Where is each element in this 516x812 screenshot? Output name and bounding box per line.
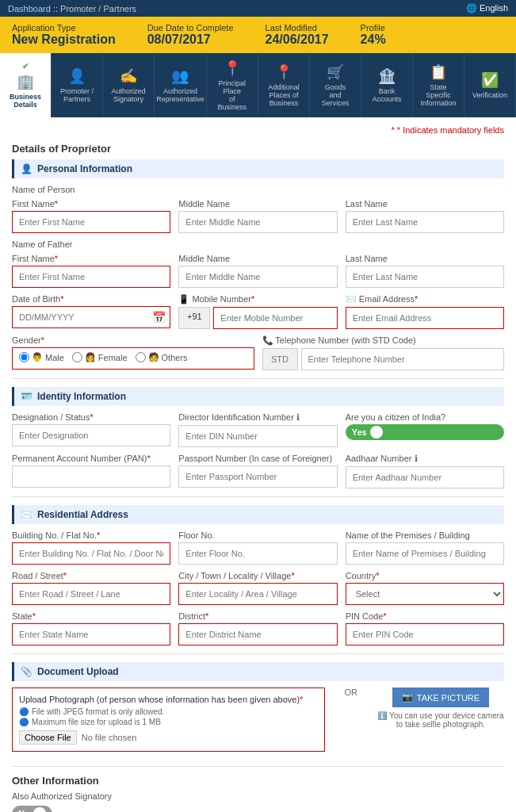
city-input[interactable] xyxy=(178,583,337,605)
pan-passport-aadhaar-row: Permanent Account Number (PAN)* GDDPS508… xyxy=(12,454,504,488)
dob-input[interactable] xyxy=(12,306,170,328)
passport-input[interactable] xyxy=(178,465,337,488)
gender-male-radio[interactable] xyxy=(19,352,29,362)
last-name-label: Last Name xyxy=(346,199,504,209)
middle-name-label: Middle Name xyxy=(178,199,337,209)
floor-input[interactable] xyxy=(178,542,337,565)
father-last-group: Last Name xyxy=(346,254,504,288)
name-of-person-label: Name of Person xyxy=(12,185,504,194)
tab-navigation: ✔ 🏢 BusinessDetails 👤 Promoter /Partners… xyxy=(0,53,516,117)
tab-business-details[interactable]: ✔ 🏢 BusinessDetails xyxy=(0,53,52,117)
passport-label: Passport Number (In case of Foreigner) xyxy=(178,454,337,463)
father-first-input[interactable] xyxy=(12,266,170,288)
tab-state-specific[interactable]: 📋 State SpecificInformation xyxy=(413,53,464,117)
pan-input[interactable]: GDDPS5083K xyxy=(12,465,170,488)
aadhaar-info-icon: ℹ xyxy=(415,454,418,463)
document-upload-header: 📎 Document Upload xyxy=(12,662,504,681)
gender-group: Gender* 👨 Male 👩 Female 🧑 Others xyxy=(12,335,254,370)
country-select[interactable]: Select xyxy=(346,583,504,605)
building-group: Building No. / Flat No.* xyxy=(12,530,170,565)
floor-group: Floor No. xyxy=(178,530,337,565)
choose-file-button[interactable]: Choose File xyxy=(19,730,77,745)
header-banner: Application Type New Registration Due Da… xyxy=(0,17,516,53)
telephone-label: 📞 Telephone Number (with STD Code) xyxy=(262,335,505,346)
size-note: 🔵 Maximum file size for upload is 1 MB xyxy=(19,718,318,726)
breadcrumb: Dashboard :: Promoter / Partners xyxy=(8,4,136,13)
premises-group: Name of the Premises / Building xyxy=(346,530,504,565)
gender-others-option[interactable]: 🧑 Others xyxy=(136,352,188,362)
father-middle-input[interactable] xyxy=(178,266,337,288)
tab-principal-place[interactable]: 📍 Principal Placeof Business xyxy=(207,53,258,117)
aadhaar-input[interactable] xyxy=(346,466,504,488)
last-name-input[interactable] xyxy=(346,211,504,233)
pin-group: PIN Code* xyxy=(346,611,504,645)
floor-label: Floor No. xyxy=(178,530,337,540)
father-last-input[interactable] xyxy=(346,266,504,288)
building-input[interactable] xyxy=(12,542,170,565)
road-input[interactable] xyxy=(12,583,170,605)
dashboard-link[interactable]: Dashboard xyxy=(8,4,51,13)
gender-label: Gender* xyxy=(12,335,254,345)
profile-field: Profile 24% xyxy=(361,23,386,47)
building-label: Building No. / Flat No.* xyxy=(12,530,170,540)
language-selector[interactable]: 🌐 English xyxy=(466,3,508,13)
father-last-label: Last Name xyxy=(346,254,504,263)
tab-promoter-partners[interactable]: 👤 Promoter /Partners xyxy=(52,53,103,117)
mobile-input[interactable] xyxy=(213,307,337,329)
camera-note: ℹ️ You can use your device camera to tak… xyxy=(377,711,504,729)
designation-group: Designation / Status* xyxy=(12,412,170,447)
first-name-label: First Name* xyxy=(12,199,170,209)
take-picture-button[interactable]: 📷 TAKE PICTURE xyxy=(392,688,489,707)
top-bar: Dashboard :: Promoter / Partners 🌐 Engli… xyxy=(0,0,516,17)
upload-area: Upload Photograph (of person whose infor… xyxy=(12,688,504,758)
first-name-input[interactable] xyxy=(12,211,170,233)
pin-input[interactable] xyxy=(346,623,504,645)
std-input[interactable] xyxy=(262,348,298,370)
gender-others-radio[interactable] xyxy=(136,352,146,362)
din-input[interactable] xyxy=(178,425,337,447)
gender-options: 👨 Male 👩 Female 🧑 Others xyxy=(12,347,254,370)
designation-label: Designation / Status* xyxy=(12,412,170,422)
first-name-group: First Name* xyxy=(12,199,170,233)
district-input[interactable] xyxy=(178,623,337,645)
gender-female-radio[interactable] xyxy=(72,352,82,362)
mobile-group: 📱 Mobile Number* +91 xyxy=(178,294,337,329)
din-group: Director Identification Number ℹ xyxy=(178,412,337,447)
state-input[interactable] xyxy=(12,623,170,645)
mobile-prefix: +91 xyxy=(178,307,210,329)
telephone-input[interactable] xyxy=(301,348,505,370)
tab-authorized-signatory[interactable]: ✍️ AuthorizedSignatory xyxy=(103,53,155,117)
name-of-father-label: Name of Father xyxy=(12,239,504,249)
telephone-group: 📞 Telephone Number (with STD Code) xyxy=(262,335,505,370)
passport-group: Passport Number (In case of Foreigner) xyxy=(178,454,337,488)
pan-group: Permanent Account Number (PAN)* GDDPS508… xyxy=(12,454,170,488)
aadhaar-group: Aadhaar Number ℹ xyxy=(346,454,504,488)
dob-label: Date of Birth* xyxy=(12,294,170,304)
app-type-field: Application Type New Registration xyxy=(12,23,116,47)
road-city-country-row: Road / Street* City / Town / Locality / … xyxy=(12,571,504,605)
designation-din-citizen-row: Designation / Status* Director Identific… xyxy=(12,412,504,447)
father-name-row: First Name* Middle Name Last Name xyxy=(12,254,504,288)
tab-additional-places[interactable]: 📍 AdditionalPlaces ofBusiness xyxy=(258,53,310,117)
personal-info-header: 👤 Personal Information xyxy=(12,159,504,178)
authorized-signatory-label: Also Authorized Signatory xyxy=(12,791,504,801)
premises-input[interactable] xyxy=(346,542,504,565)
tab-bank-accounts[interactable]: 🏦 Bank Accounts xyxy=(361,53,413,117)
road-group: Road / Street* xyxy=(12,571,170,605)
email-label: ✉️ Email Address* xyxy=(346,294,504,304)
tab-goods-services[interactable]: 🛒 Goods andServices xyxy=(310,53,361,117)
gender-male-option[interactable]: 👨 Male xyxy=(19,352,64,362)
din-label: Director Identification Number ℹ xyxy=(178,412,337,423)
tab-verification[interactable]: ✅ Verification xyxy=(464,53,516,117)
authorized-signatory-toggle[interactable]: No xyxy=(12,806,52,812)
or-divider: OR xyxy=(337,688,366,697)
father-first-label: First Name* xyxy=(12,254,170,263)
tab-authorized-representative[interactable]: 👥 AuthorizedRepresentative xyxy=(155,53,207,117)
middle-name-input[interactable] xyxy=(178,211,337,233)
dob-mobile-email-row: Date of Birth* 📅 📱 Mobile Number* +91 ✉️… xyxy=(12,294,504,329)
designation-input[interactable] xyxy=(12,424,170,446)
state-group: State* xyxy=(12,611,170,645)
citizen-toggle[interactable]: Yes xyxy=(346,424,504,440)
gender-female-option[interactable]: 👩 Female xyxy=(72,352,128,362)
email-input[interactable] xyxy=(346,307,504,329)
